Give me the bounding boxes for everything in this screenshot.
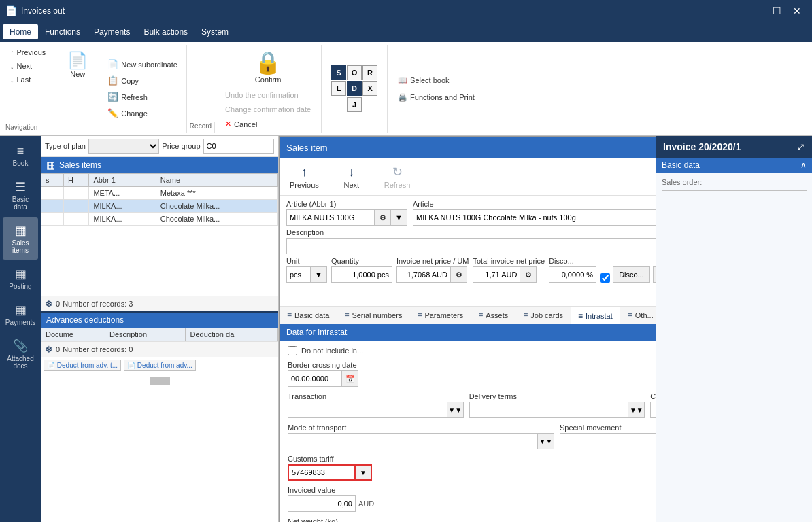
- transaction-dropdown-btn[interactable]: ▼▼: [447, 402, 464, 418]
- col-abbr: Abbr 1: [89, 174, 156, 187]
- transport-input[interactable]: [288, 433, 538, 449]
- menu-bulk-actions[interactable]: Bulk actions: [137, 24, 194, 39]
- total-price-input[interactable]: [473, 266, 520, 283]
- delivery-terms-dropdown-btn[interactable]: ▼▼: [628, 402, 645, 418]
- close-button[interactable]: ✕: [788, 1, 807, 20]
- previous-button[interactable]: ↑ Previous: [5, 46, 50, 58]
- invoiced-value-input[interactable]: [288, 495, 356, 512]
- customs-tariff-input[interactable]: [288, 464, 356, 481]
- article-abbr-lookup-btn[interactable]: ⚙: [375, 209, 391, 226]
- select-book-button[interactable]: 📖 Select book: [393, 73, 479, 88]
- menu-payments[interactable]: Payments: [87, 24, 137, 39]
- copy-button[interactable]: 📋 Copy: [103, 73, 182, 88]
- new-subordinate-button[interactable]: 📄 New subordinate: [103, 56, 182, 72]
- advances-table-container[interactable]: Docume Description Deduction da: [41, 328, 278, 341]
- collapse-basic-icon[interactable]: ∧: [800, 160, 807, 170]
- tab-job-cards[interactable]: ≡ Job cards: [515, 307, 571, 324]
- basic-data-panel-header: Basic data ∧: [656, 158, 812, 173]
- new-sub-icon: 📄: [107, 59, 118, 69]
- discount-checkbox[interactable]: [600, 273, 610, 283]
- key-L[interactable]: L: [331, 81, 346, 96]
- refresh-button[interactable]: 🔄 Refresh: [103, 89, 182, 105]
- last-button[interactable]: ↓ Last: [5, 73, 50, 86]
- functions-print-button[interactable]: 🖨️ Functions and Print: [393, 90, 479, 105]
- price-group-input[interactable]: [203, 139, 274, 154]
- sidebar-item-attached-docs[interactable]: 📎 Attached docs: [3, 333, 38, 375]
- dialog-next-button[interactable]: ↓ Next: [335, 162, 369, 192]
- article-full-input[interactable]: [413, 209, 656, 226]
- menu-system[interactable]: System: [194, 24, 235, 39]
- sidebar-item-book[interactable]: ≡ Book: [3, 139, 38, 173]
- invoice-expand-icon[interactable]: ⤢: [797, 141, 805, 152]
- navigation-group-label: Navigation: [5, 121, 50, 131]
- key-X[interactable]: X: [362, 81, 377, 96]
- unit-input[interactable]: [286, 266, 311, 283]
- sales-items-table-container[interactable]: s H Abbr 1 Name META... Metaxa ***: [41, 173, 278, 296]
- menu-home[interactable]: Home: [3, 24, 38, 39]
- tab-other[interactable]: ≡ Oth...: [620, 307, 656, 324]
- horizontal-scrollbar[interactable]: [150, 377, 170, 385]
- tab-basic-data[interactable]: ≡ Basic data: [280, 307, 337, 324]
- sidebar-item-sales-items[interactable]: ▦ Sales items: [3, 218, 38, 260]
- transaction-input[interactable]: [288, 402, 447, 418]
- key-J[interactable]: J: [347, 97, 362, 112]
- calendar-icon[interactable]: 📅: [342, 370, 358, 387]
- tab-intrastat[interactable]: ≡ Intrastat: [571, 307, 620, 324]
- customs-tariff-dropdown-btn[interactable]: ▼: [356, 464, 372, 481]
- prices-button[interactable]: Prices: [653, 266, 656, 283]
- delivery-terms-input[interactable]: [469, 402, 629, 418]
- minimize-button[interactable]: —: [747, 1, 766, 20]
- deduct-from-adv-t-button[interactable]: 📄 Deduct from adv. t...: [44, 360, 121, 371]
- menu-bar: Home Functions Payments Bulk actions Sys…: [0, 22, 812, 42]
- unit-dropdown-btn[interactable]: ▼: [311, 266, 327, 283]
- dialog-title-bar: Sales item ⧉ ☐ ✕: [280, 137, 656, 158]
- snowflake2-icon[interactable]: ❄: [45, 344, 53, 355]
- confirm-button[interactable]: 🔒 Confirm: [247, 46, 289, 87]
- last-arrow-icon: ↓: [10, 75, 14, 84]
- dialog-previous-button[interactable]: ↑ Previous: [285, 162, 324, 192]
- table-row[interactable]: MILKA... Chocolate Milka...: [41, 213, 278, 226]
- deduct-from-adv-button[interactable]: 📄 Deduct from adv...: [124, 360, 196, 371]
- invoice-price-input[interactable]: [396, 266, 451, 283]
- tab-parameters[interactable]: ≡ Parameters: [409, 307, 471, 324]
- transport-dropdown-btn[interactable]: ▼▼: [538, 433, 554, 449]
- key-R[interactable]: R: [362, 65, 377, 80]
- key-O[interactable]: O: [347, 65, 362, 80]
- menu-functions[interactable]: Functions: [38, 24, 87, 39]
- new-button[interactable]: 📄 New: [61, 49, 95, 83]
- discount-input[interactable]: [549, 266, 596, 283]
- sales-items-header: ▦ Sales items: [41, 157, 278, 173]
- sidebar-item-posting[interactable]: ▦ Posting: [3, 261, 38, 296]
- record-group-label: Record: [187, 122, 215, 133]
- type-of-plan-select[interactable]: [88, 139, 159, 154]
- price-calc-btn[interactable]: ⚙: [451, 266, 467, 283]
- sidebar-item-payments[interactable]: ▦ Payments: [3, 297, 38, 332]
- key-S[interactable]: S: [331, 65, 346, 80]
- article-abbr-input[interactable]: [286, 209, 375, 226]
- article-abbr-input-group: ⚙ ▼: [286, 209, 407, 226]
- sidebar-item-basic-data[interactable]: ☰ Basic data: [3, 174, 38, 216]
- do-not-include-row: Do not include in...: [288, 346, 656, 355]
- article-abbr-dropdown-btn[interactable]: ▼: [391, 209, 407, 226]
- change-button[interactable]: ✏️ Change: [103, 105, 182, 121]
- table-row[interactable]: MILKA... Chocolate Milka...: [41, 200, 278, 213]
- tab-serial-numbers[interactable]: ≡ Serial numbers: [337, 307, 409, 324]
- description-input[interactable]: [286, 238, 656, 254]
- next-button[interactable]: ↓ Next: [5, 60, 50, 72]
- transaction-field: Transaction ▼▼: [288, 392, 464, 418]
- key-D[interactable]: D: [347, 81, 362, 96]
- country-input[interactable]: [650, 402, 656, 418]
- total-calc-btn[interactable]: ⚙: [520, 266, 537, 283]
- cancel-button[interactable]: ✕ Cancel: [220, 117, 316, 131]
- snowflake-icon[interactable]: ❄: [45, 298, 53, 309]
- dialog-tabs: ≡ Basic data ≡ Serial numbers ≡ Paramete…: [280, 307, 656, 324]
- maximize-button[interactable]: ☐: [767, 1, 786, 20]
- quantity-input[interactable]: [331, 266, 392, 283]
- tab-assets[interactable]: ≡ Assets: [471, 307, 515, 324]
- special-input[interactable]: [560, 433, 656, 449]
- disco-button[interactable]: Disco...: [613, 266, 650, 283]
- do-not-include-checkbox[interactable]: [288, 346, 297, 355]
- border-crossing-input[interactable]: [288, 370, 342, 387]
- dialog-title: Sales item: [286, 143, 328, 153]
- table-row[interactable]: META... Metaxa ***: [41, 187, 278, 200]
